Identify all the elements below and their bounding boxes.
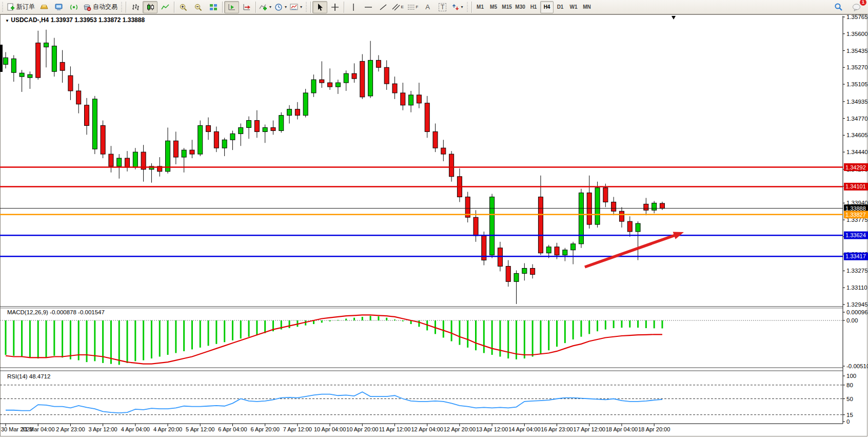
price-tick-label: 1.35765 <box>846 14 868 20</box>
price-tick-label: 1.35600 <box>846 31 868 37</box>
timeframe-m5-button[interactable]: M5 <box>487 1 500 13</box>
candle-body <box>514 273 519 281</box>
candle-body <box>595 188 600 224</box>
candle-body <box>611 202 616 211</box>
bar-chart-button[interactable] <box>128 1 143 13</box>
candle-body <box>279 116 284 131</box>
toolbar-grip[interactable] <box>305 2 308 12</box>
candle-body <box>222 140 227 148</box>
auto-scroll-button[interactable] <box>224 1 239 13</box>
time-tick-label: 4 Apr 20:00 <box>153 426 182 432</box>
candle-body <box>636 223 640 232</box>
timeframe-h4-button[interactable]: H4 <box>540 1 554 13</box>
candle-body <box>376 60 381 67</box>
candle-body <box>109 154 113 166</box>
candle-body <box>11 59 16 72</box>
cursor-icon <box>317 3 324 11</box>
search-button[interactable] <box>831 1 846 13</box>
macd-signal-line <box>6 315 662 364</box>
horizontal-line-button[interactable] <box>361 1 376 13</box>
time-tick-label: 6 Apr 04:00 <box>218 426 247 432</box>
chart-shift-button[interactable] <box>239 1 254 13</box>
candle-body <box>4 58 8 64</box>
toolbar-grip[interactable] <box>1 2 4 12</box>
notifications-button[interactable]: 1 <box>849 1 864 13</box>
toolbar-grip[interactable] <box>466 2 469 12</box>
arrows-button[interactable]: ▾ <box>450 1 465 13</box>
templates-dropdown-caret[interactable]: ▾ <box>300 5 302 9</box>
candle-body <box>336 83 340 87</box>
candlestick-chart-button[interactable] <box>143 1 157 13</box>
timeframe-h1-button[interactable]: H1 <box>527 1 540 13</box>
news-signal-button[interactable] <box>66 1 81 13</box>
chart-canvas[interactable]: 1.357651.356001.354351.352701.351051.349… <box>0 0 868 437</box>
zoom-out-button[interactable] <box>191 1 206 13</box>
text-label-icon: T <box>439 3 446 11</box>
toolbar-grip[interactable] <box>120 2 123 12</box>
rsi-axis-label: 100 <box>846 373 856 379</box>
text-label-button[interactable]: T <box>435 1 450 13</box>
trading-platform-window: 新订单 自动交易 <box>0 0 868 437</box>
crosshair-button[interactable] <box>327 1 342 13</box>
time-tick-label: 5 Apr 12:00 <box>186 426 214 432</box>
candle-body <box>182 150 186 157</box>
time-tick-label: 3 Apr 12:00 <box>88 426 117 432</box>
trend-arrow-shaft <box>585 234 679 267</box>
price-tick-label: 1.34770 <box>846 116 868 122</box>
tile-windows-button[interactable] <box>206 1 221 13</box>
candle-body <box>92 99 97 149</box>
chart-title: ▼ USDCAD-,H4 1.33937 1.33953 1.33872 1.3… <box>5 16 145 24</box>
templates-button[interactable]: ▾ <box>288 1 304 13</box>
new-order-button[interactable]: 新订单 <box>5 1 36 13</box>
time-tick-label: 31 Mar 04:00 <box>22 426 55 432</box>
chart-dropdown-icon[interactable]: ▼ <box>5 18 9 23</box>
cursor-button[interactable] <box>312 1 327 13</box>
timeframe-w1-button[interactable]: W1 <box>567 1 580 13</box>
time-tick-label: 10 Apr 04:00 <box>314 426 346 432</box>
terminal-icon <box>54 3 64 11</box>
timeframe-mn-button[interactable]: MN <box>580 1 594 13</box>
gold-ingot-icon <box>40 3 49 11</box>
timeframe-d1-button[interactable]: D1 <box>554 1 567 13</box>
trendline-button[interactable] <box>376 1 390 13</box>
rsi-axis-label: 50 <box>846 396 853 402</box>
line-chart-button[interactable] <box>157 1 172 13</box>
candle-body <box>571 244 576 250</box>
equidistant-channel-button[interactable]: E <box>390 1 405 13</box>
time-tick-label: 18 Apr 04:00 <box>606 426 638 432</box>
autotrading-button[interactable]: 自动交易 <box>81 1 119 13</box>
autotrading-label: 自动交易 <box>93 3 117 11</box>
candle-body <box>546 247 551 253</box>
periods-dropdown-caret[interactable]: ▾ <box>285 5 287 9</box>
price-tick-label: 1.33110 <box>846 284 867 291</box>
timeframe-m30-button[interactable]: M30 <box>514 1 527 13</box>
candle-body <box>311 80 316 93</box>
candle-body <box>360 61 365 97</box>
text-button[interactable]: A <box>420 1 435 13</box>
timeframe-m1-button[interactable]: M1 <box>474 1 487 13</box>
zoom-in-button[interactable] <box>176 1 191 13</box>
arrows-dropdown-caret[interactable]: ▾ <box>461 5 463 9</box>
terminal-button[interactable] <box>51 1 66 13</box>
candle-body <box>52 46 56 72</box>
price-tick-label: 1.34440 <box>846 149 868 155</box>
candle-body <box>368 60 373 96</box>
time-tick-label: 16 Apr 23:00 <box>541 426 573 432</box>
indicators-dropdown-caret[interactable]: ▾ <box>269 5 271 9</box>
market-button[interactable] <box>36 1 51 13</box>
indicators-button[interactable]: ▾ <box>258 1 273 13</box>
candle-body <box>44 43 49 47</box>
price-tag-label: 1.33888 <box>845 205 866 212</box>
periods-button[interactable]: ▾ <box>273 1 288 13</box>
price-tick-label: 1.33275 <box>846 268 868 274</box>
timeframe-m15-button[interactable]: M15 <box>500 1 514 13</box>
candle-body <box>263 127 267 131</box>
autotrading-icon <box>83 3 91 11</box>
channel-icon <box>392 3 400 11</box>
chart-symbol-timeframe: USDCAD-,H4 <box>11 16 49 24</box>
candle-body <box>271 127 275 130</box>
fibonacci-button[interactable]: F <box>405 1 420 13</box>
notification-badge: 1 <box>860 0 866 6</box>
vertical-line-button[interactable] <box>346 1 361 13</box>
price-tick-label: 1.35435 <box>846 48 868 54</box>
